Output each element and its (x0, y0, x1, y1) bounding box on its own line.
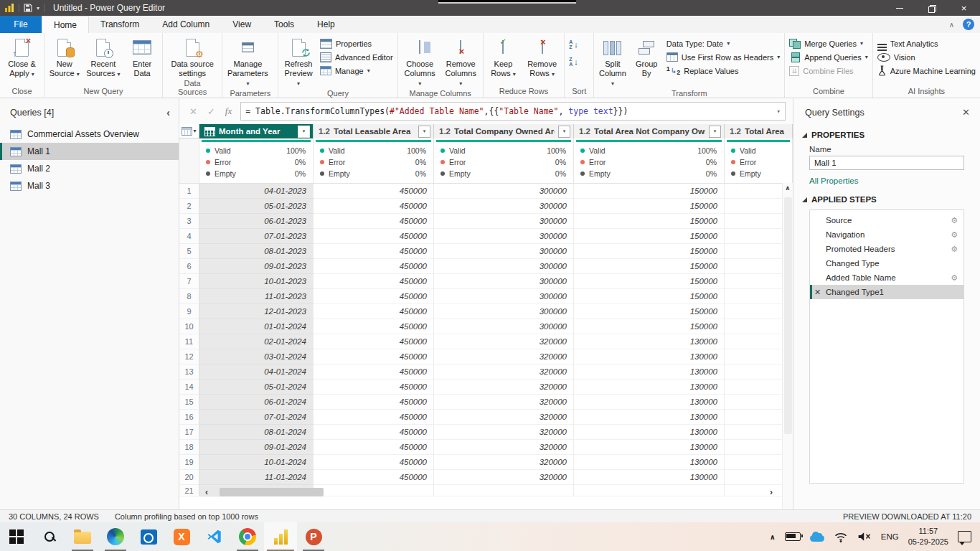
choose-columns-button[interactable]: Choose Columns ▾ (400, 34, 440, 88)
replace-values-button[interactable]: 1↳2Replace Values (666, 65, 780, 76)
remove-rows-button[interactable]: × Remove Rows ▾ (522, 34, 562, 78)
row-number[interactable]: 3 (179, 214, 199, 229)
grid-cell[interactable]: 450000 (314, 274, 434, 289)
delete-step-icon[interactable]: ✕ (814, 288, 821, 297)
profiling-info[interactable]: Column profiling based on top 1000 rows (115, 512, 258, 521)
grid-cell[interactable]: 04-01-2024 (199, 364, 314, 380)
taskbar-vscode[interactable] (198, 522, 231, 551)
language-indicator[interactable]: ENG (881, 532, 899, 541)
properties-button[interactable]: Properties (320, 38, 393, 49)
applied-step-5[interactable]: Added Table Name⚙ (810, 270, 963, 285)
row-number[interactable]: 6 (179, 259, 199, 274)
refresh-preview-button[interactable]: Refresh Preview ▾ (280, 34, 317, 88)
horizontal-scroll-thumb[interactable] (220, 488, 324, 496)
grid-cell[interactable]: 130000 (574, 334, 725, 349)
group-by-button[interactable]: Group By (630, 34, 664, 78)
grid-cell[interactable]: 07-01-2023 (199, 229, 314, 244)
grid-cell[interactable]: 320000 (434, 334, 574, 349)
keep-rows-button[interactable]: ✓ Keep Rows ▾ (485, 34, 522, 78)
applied-step-1[interactable]: Source⚙ (810, 213, 963, 227)
grid-cell[interactable]: 01-01-2024 (199, 319, 314, 334)
tab-view[interactable]: View (221, 16, 263, 33)
grid-cell[interactable]: 05-01-2024 (199, 380, 314, 395)
grid-cell[interactable]: 320000 (434, 380, 574, 395)
step-settings-gear-icon[interactable]: ⚙ (951, 230, 958, 240)
close-button[interactable]: × (948, 0, 980, 16)
grid-cell[interactable]: 130000 (574, 349, 725, 364)
vertical-scroll-thumb[interactable] (784, 197, 792, 434)
grid-cell[interactable]: 08-01-2023 (199, 244, 314, 259)
data-type-button[interactable]: Data Type: Date ▾ (666, 38, 780, 49)
grid-cell[interactable]: 150000 (574, 304, 725, 319)
grid-cell[interactable]: 450000 (314, 470, 434, 485)
row-number[interactable]: 7 (179, 274, 199, 289)
grid-cell[interactable]: 130000 (574, 410, 725, 425)
merge-queries-button[interactable]: Merge Queries ▾ (789, 38, 868, 49)
grid-cell[interactable]: 450000 (314, 334, 434, 349)
scroll-right-icon[interactable]: › (765, 487, 777, 497)
grid-cell[interactable]: 450000 (314, 184, 434, 199)
onedrive-icon[interactable] (810, 535, 824, 542)
sidebar-query-item[interactable]: Mall 1 (0, 143, 179, 160)
column-filter-button[interactable]: ▾ (298, 126, 310, 138)
taskbar-powerpoint[interactable]: P (297, 522, 330, 551)
grid-cell[interactable]: 450000 (314, 304, 434, 319)
formula-input[interactable]: = Table.TransformColumnTypes(#"Added Tab… (240, 102, 786, 121)
grid-cell[interactable]: 150000 (574, 259, 725, 274)
grid-cell[interactable]: 320000 (434, 395, 574, 410)
grid-cell[interactable]: 130000 (574, 364, 725, 380)
applied-steps-section-header[interactable]: APPLIED STEPS (793, 185, 980, 204)
grid-cell[interactable]: 06-01-2024 (199, 395, 314, 410)
grid-cell[interactable]: 300000 (434, 184, 574, 199)
row-number[interactable]: 19 (179, 455, 199, 470)
grid-cell[interactable]: 300000 (434, 214, 574, 229)
row-number[interactable]: 2 (179, 199, 199, 214)
vision-button[interactable]: Vision (877, 52, 976, 62)
formula-cancel-icon[interactable]: ✕ (189, 106, 197, 117)
applied-step-2[interactable]: Navigation⚙ (810, 227, 963, 242)
grid-cell[interactable]: 150000 (574, 229, 725, 244)
grid-cell[interactable]: 130000 (574, 440, 725, 455)
applied-step-4[interactable]: Changed Type (810, 256, 963, 270)
grid-cell[interactable]: 320000 (434, 425, 574, 440)
sidebar-query-item[interactable]: Mall 2 (0, 160, 179, 177)
tab-tools[interactable]: Tools (263, 16, 306, 33)
row-number[interactable]: 13 (179, 364, 199, 380)
query-name-input[interactable]: Mall 1 (809, 156, 964, 170)
column-header-5[interactable]: 1.2Total Area (725, 124, 793, 138)
column-filter-button[interactable]: ▾ (558, 126, 570, 138)
column-filter-button[interactable]: ▾ (709, 126, 721, 138)
restore-button[interactable] (915, 0, 948, 16)
column-header-3[interactable]: 1.2Total Company Owned Area▾ (434, 124, 574, 138)
grid-cell[interactable]: 11-01-2024 (199, 470, 314, 485)
scroll-up-icon[interactable]: ∧ (785, 184, 790, 192)
append-queries-button[interactable]: Append Queries ▾ (789, 52, 868, 62)
azure-ml-button[interactable]: Azure Machine Learning (877, 65, 976, 76)
enter-data-button[interactable]: Enter Data (123, 34, 160, 78)
volume-muted-icon[interactable] (857, 531, 872, 542)
row-number[interactable]: 20 (179, 470, 199, 485)
taskbar-search-button[interactable] (33, 522, 66, 551)
grid-cell[interactable]: 450000 (314, 259, 434, 274)
step-settings-gear-icon[interactable]: ⚙ (951, 245, 958, 254)
row-number[interactable]: 12 (179, 349, 199, 364)
new-source-button[interactable]: New Source ▾ (46, 34, 83, 78)
grid-cell[interactable]: 150000 (574, 274, 725, 289)
row-number[interactable]: 4 (179, 229, 199, 244)
help-icon[interactable]: ? (963, 19, 974, 30)
grid-cell[interactable]: 450000 (314, 380, 434, 395)
collapse-queries-pane-icon[interactable]: ‹ (166, 107, 170, 118)
grid-cell[interactable]: 150000 (574, 184, 725, 199)
row-number[interactable]: 9 (179, 304, 199, 319)
grid-cell[interactable]: 450000 (314, 214, 434, 229)
taskbar-xampp[interactable]: X (165, 522, 198, 551)
row-number[interactable]: 17 (179, 425, 199, 440)
grid-cell[interactable]: 07-01-2024 (199, 410, 314, 425)
grid-cell[interactable]: 320000 (434, 410, 574, 425)
combine-files-button[interactable]: ⇊Combine Files (789, 65, 868, 76)
row-number[interactable]: 15 (179, 395, 199, 410)
sort-ascending-button[interactable]: AZ ↓ (569, 39, 578, 50)
tab-add-column[interactable]: Add Column (151, 16, 221, 33)
data-source-settings-button[interactable]: ⚙ Data source settings (164, 34, 221, 78)
close-and-apply-button[interactable]: ×↑ Close & Apply ▾ (1, 34, 42, 78)
